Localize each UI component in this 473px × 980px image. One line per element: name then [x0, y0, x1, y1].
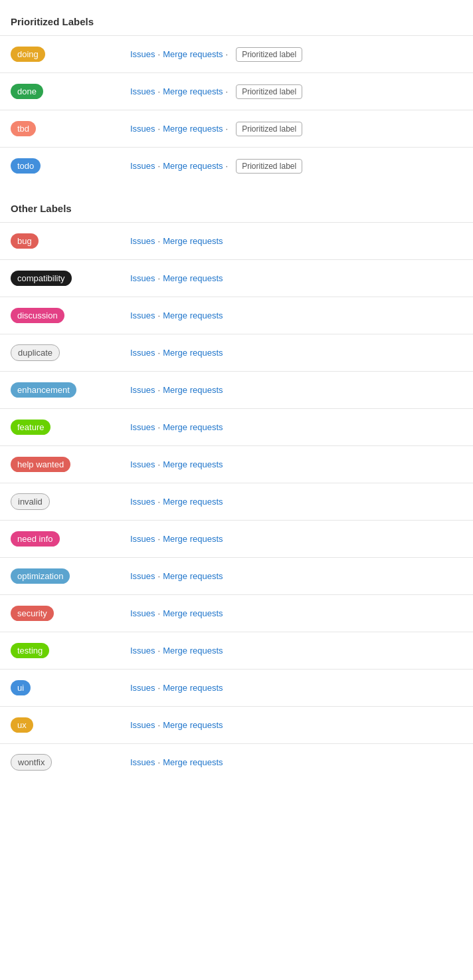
label-col: tbd — [11, 121, 130, 136]
prioritized-section: Prioritized Labels doingIssues · Merge r… — [0, 11, 473, 184]
label-badge-testing: testing — [11, 643, 49, 658]
merge-requests-link-doing[interactable]: Merge requests — [163, 49, 223, 59]
merge-requests-link-optimization[interactable]: Merge requests — [163, 571, 223, 581]
merge-requests-link-help-wanted[interactable]: Merge requests — [163, 459, 223, 469]
links-col: Issues · Merge requests — [130, 236, 462, 246]
dot-separator-2: · — [226, 124, 229, 134]
label-row: optimizationIssues · Merge requests — [0, 557, 473, 594]
dot-separator: · — [158, 348, 161, 358]
label-col: testing — [11, 643, 130, 658]
links-col: Issues · Merge requests — [130, 683, 462, 693]
merge-requests-link-duplicate[interactable]: Merge requests — [163, 348, 223, 358]
merge-requests-link-invalid[interactable]: Merge requests — [163, 497, 223, 507]
dot-separator: · — [158, 534, 161, 544]
label-row: uxIssues · Merge requests — [0, 706, 473, 743]
dot-separator: · — [158, 683, 161, 693]
label-row: tbdIssues · Merge requests ·Prioritized … — [0, 110, 473, 147]
issues-link-optimization[interactable]: Issues — [130, 571, 155, 581]
links-col: Issues · Merge requests — [130, 757, 462, 767]
label-row: discussionIssues · Merge requests — [0, 297, 473, 334]
merge-requests-link-need-info[interactable]: Merge requests — [163, 534, 223, 544]
label-row: featureIssues · Merge requests — [0, 408, 473, 445]
dot-separator: · — [158, 49, 161, 59]
merge-requests-link-tbd[interactable]: Merge requests — [163, 124, 223, 134]
label-col: security — [11, 606, 130, 621]
links-col: Issues · Merge requests — [130, 422, 462, 432]
label-badge-security: security — [11, 606, 54, 621]
dot-separator: · — [158, 497, 161, 507]
label-badge-done: done — [11, 84, 43, 99]
issues-link-discussion[interactable]: Issues — [130, 310, 155, 320]
label-col: ux — [11, 717, 130, 733]
label-row: help wantedIssues · Merge requests — [0, 445, 473, 483]
links-col: Issues · Merge requests — [130, 459, 462, 469]
merge-requests-link-ui[interactable]: Merge requests — [163, 683, 223, 693]
links-col: Issues · Merge requests — [130, 310, 462, 320]
prioritized-section-title: Prioritized Labels — [0, 11, 473, 35]
issues-link-invalid[interactable]: Issues — [130, 497, 155, 507]
links-col: Issues · Merge requests ·Prioritized lab… — [130, 47, 462, 62]
dot-separator: · — [158, 310, 161, 320]
issues-link-doing[interactable]: Issues — [130, 49, 155, 59]
merge-requests-link-wontfix[interactable]: Merge requests — [163, 757, 223, 767]
issues-link-testing[interactable]: Issues — [130, 646, 155, 656]
dot-separator: · — [158, 385, 161, 395]
issues-link-help-wanted[interactable]: Issues — [130, 459, 155, 469]
label-badge-feature: feature — [11, 420, 50, 435]
label-col: bug — [11, 233, 130, 249]
label-row: need infoIssues · Merge requests — [0, 520, 473, 557]
merge-requests-link-security[interactable]: Merge requests — [163, 608, 223, 618]
merge-requests-link-enhancement[interactable]: Merge requests — [163, 385, 223, 395]
dot-separator-2: · — [226, 49, 229, 59]
dot-separator: · — [158, 161, 161, 171]
label-badge-ui: ui — [11, 680, 31, 695]
links-col: Issues · Merge requests — [130, 571, 462, 581]
merge-requests-link-testing[interactable]: Merge requests — [163, 646, 223, 656]
label-col: doing — [11, 47, 130, 62]
issues-link-enhancement[interactable]: Issues — [130, 385, 155, 395]
label-badge-need-info: need info — [11, 531, 60, 547]
label-badge-duplicate: duplicate — [11, 344, 60, 361]
merge-requests-link-ux[interactable]: Merge requests — [163, 720, 223, 730]
issues-link-security[interactable]: Issues — [130, 608, 155, 618]
issues-link-duplicate[interactable]: Issues — [130, 348, 155, 358]
label-col: compatibility — [11, 271, 130, 286]
merge-requests-link-todo[interactable]: Merge requests — [163, 161, 223, 171]
issues-link-ux[interactable]: Issues — [130, 720, 155, 730]
merge-requests-link-bug[interactable]: Merge requests — [163, 236, 223, 246]
merge-requests-link-feature[interactable]: Merge requests — [163, 422, 223, 432]
label-col: need info — [11, 531, 130, 547]
label-row: wontfixIssues · Merge requests — [0, 743, 473, 781]
dot-separator: · — [158, 757, 161, 767]
label-col: duplicate — [11, 344, 130, 361]
label-badge-discussion: discussion — [11, 308, 64, 323]
label-col: optimization — [11, 568, 130, 584]
links-col: Issues · Merge requests — [130, 534, 462, 544]
issues-link-wontfix[interactable]: Issues — [130, 757, 155, 767]
label-col: invalid — [11, 493, 130, 510]
issues-link-bug[interactable]: Issues — [130, 236, 155, 246]
merge-requests-link-done[interactable]: Merge requests — [163, 86, 223, 96]
label-badge-doing: doing — [11, 47, 45, 62]
issues-link-compatibility[interactable]: Issues — [130, 273, 155, 283]
merge-requests-link-discussion[interactable]: Merge requests — [163, 310, 223, 320]
label-col: help wanted — [11, 457, 130, 472]
issues-link-ui[interactable]: Issues — [130, 683, 155, 693]
label-col: enhancement — [11, 382, 130, 398]
other-section: Other Labels bugIssues · Merge requestsc… — [0, 197, 473, 781]
issues-link-feature[interactable]: Issues — [130, 422, 155, 432]
label-col: todo — [11, 158, 130, 174]
issues-link-need-info[interactable]: Issues — [130, 534, 155, 544]
label-badge-tbd: tbd — [11, 121, 36, 136]
issues-link-done[interactable]: Issues — [130, 86, 155, 96]
label-col: ui — [11, 680, 130, 695]
label-row: invalidIssues · Merge requests — [0, 483, 473, 520]
label-badge-help-wanted: help wanted — [11, 457, 70, 472]
links-col: Issues · Merge requests — [130, 348, 462, 358]
label-badge-wontfix: wontfix — [11, 754, 52, 771]
label-badge-invalid: invalid — [11, 493, 50, 510]
dot-separator: · — [158, 608, 161, 618]
merge-requests-link-compatibility[interactable]: Merge requests — [163, 273, 223, 283]
issues-link-tbd[interactable]: Issues — [130, 124, 155, 134]
issues-link-todo[interactable]: Issues — [130, 161, 155, 171]
